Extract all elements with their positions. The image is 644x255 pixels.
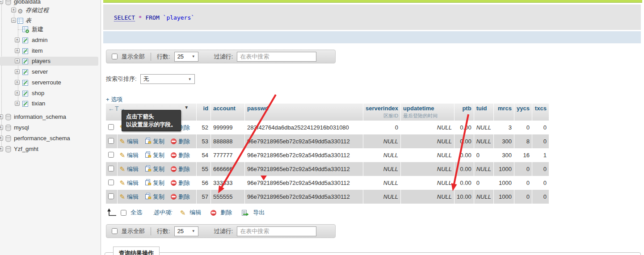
cell-passwd: 283f42764da6dba2522412916b031080 [245, 121, 363, 134]
expand-plus-icon[interactable]: + [15, 48, 20, 53]
row-edit-link[interactable]: 编辑 [127, 151, 139, 159]
delete-icon [171, 152, 177, 158]
row-delete-link[interactable]: 删除 [178, 193, 190, 201]
expand-plus-icon[interactable]: + [15, 80, 20, 85]
row-checkbox[interactable] [108, 166, 114, 171]
collapse-minus-icon[interactable]: − [0, 0, 3, 4]
column-header-passwd[interactable]: passwd [245, 104, 363, 121]
row-checkbox[interactable] [108, 124, 114, 130]
table-item-icon [22, 48, 29, 54]
tree-item-db-performance-schema[interactable]: +performance_schema [0, 134, 98, 143]
column-subheader-serverindex: 区服ID [366, 113, 398, 119]
tree-item-table-tixian[interactable]: +tixian [0, 99, 98, 108]
rows-count-select[interactable]: 25 ▼ [174, 52, 198, 62]
row-edit-link[interactable]: 编辑 [127, 165, 139, 173]
column-header-ptb[interactable]: ptb [455, 104, 474, 121]
cell-txcs: 0 [532, 162, 549, 176]
tree-item-table-server[interactable]: +server [0, 67, 98, 76]
expand-plus-icon[interactable]: + [15, 101, 20, 106]
column-settings-tooltip: 点击下箭头 以设置显示的字段。 [122, 110, 181, 131]
row-checkbox[interactable] [108, 193, 114, 199]
tree-item-label: performance_schema [14, 134, 70, 143]
row-checkbox[interactable] [108, 180, 114, 185]
collapse-minus-icon[interactable]: − [11, 18, 16, 23]
tree-item-new-table[interactable]: 新建 [0, 25, 98, 34]
tree-item-table-admin[interactable]: +admin [0, 36, 98, 45]
expand-plus-icon[interactable]: + [11, 8, 16, 13]
copy-icon [145, 193, 151, 201]
cell-yycs: 8 [514, 134, 532, 148]
export-selected-button[interactable]: 导出 [253, 209, 265, 217]
procedures-icon: ⚙ [17, 7, 24, 14]
delete-icon [171, 180, 177, 186]
expand-plus-icon[interactable]: + [0, 146, 3, 151]
row-copy-link[interactable]: 复制 [153, 138, 164, 146]
row-delete-link[interactable]: 删除 [178, 179, 190, 187]
row-delete-link[interactable]: 删除 [178, 138, 190, 146]
row-copy-link[interactable]: 复制 [153, 151, 164, 159]
cell-passwd: 96e79218965eb72c92a549dd5a330112 [245, 176, 363, 190]
check-all-link[interactable]: 全选 [130, 209, 142, 217]
table-item-icon [22, 37, 29, 44]
edit-pencil-icon: ✎ [120, 180, 126, 186]
column-header-updatetime[interactable]: updatetime最后登陆的时间 [401, 104, 455, 121]
table-new-icon [22, 26, 29, 33]
delete-selected-button[interactable]: 删除 [220, 209, 232, 217]
show-all-label: 显示全部 [122, 227, 145, 235]
tree-item-table-item[interactable]: +item [0, 46, 98, 55]
cell-updatetime: NULL [401, 121, 455, 134]
rows-count-select[interactable]: 25 ▼ [174, 226, 198, 236]
tree-item-db-globaldata[interactable]: −globaldata [0, 0, 98, 6]
column-header-tuid[interactable]: tuid [474, 104, 493, 121]
row-select-cell [106, 134, 117, 148]
database-navigation-sidebar: −globaldata+⚙存储过程−表新建+admin+item+players… [0, 0, 101, 255]
expand-plus-icon[interactable]: + [15, 59, 20, 63]
expand-plus-icon[interactable]: + [15, 69, 20, 74]
row-copy-link[interactable]: 复制 [153, 193, 164, 201]
cell-serverindex: 0 [363, 121, 401, 134]
row-edit-link[interactable]: 编辑 [127, 179, 139, 187]
row-checkbox[interactable] [108, 152, 114, 158]
show-all-checkbox[interactable] [112, 54, 118, 59]
show-all-checkbox[interactable] [112, 228, 118, 234]
query-results-operations-legend: 查询结果操作 [113, 247, 160, 255]
column-header-id[interactable]: id [197, 104, 211, 121]
expand-plus-icon[interactable]: + [0, 136, 3, 141]
expand-plus-icon[interactable]: + [15, 38, 20, 42]
cell-id: 57 [197, 190, 211, 204]
sql-keyword-select: SELECT [114, 14, 135, 21]
tree-item-db-mysql[interactable]: +mysql [0, 123, 98, 132]
tree-item-tables-group[interactable]: −表 [0, 16, 98, 25]
row-copy-link[interactable]: 复制 [153, 179, 164, 187]
expand-plus-icon[interactable]: + [15, 91, 20, 96]
row-edit-link[interactable]: 编辑 [127, 138, 139, 146]
filter-rows-input[interactable] [237, 52, 316, 62]
column-header-account[interactable]: account [211, 104, 245, 121]
tree-item-db-yzf-gmht[interactable]: +Yzf_gmht [0, 145, 98, 154]
row-edit-link[interactable]: 编辑 [127, 193, 139, 201]
tree-item-label: 表 [25, 16, 31, 25]
tree-item-table-players[interactable]: +players [0, 57, 98, 66]
row-delete-link[interactable]: 删除 [178, 151, 190, 159]
expand-plus-icon[interactable]: + [0, 114, 3, 119]
sort-by-index-select[interactable]: 无 ▼ [140, 74, 195, 84]
column-header-yycs[interactable]: yycs [514, 104, 532, 121]
row-delete-link[interactable]: 删除 [178, 165, 190, 173]
row-actions-cell: ✎编辑复制删除 [117, 134, 197, 148]
tree-item-table-serverroute[interactable]: +serverroute [0, 78, 98, 87]
expand-plus-icon[interactable]: + [0, 125, 3, 130]
check-all-checkbox[interactable] [121, 210, 126, 216]
row-copy-link[interactable]: 复制 [153, 165, 164, 173]
row-checkbox[interactable] [108, 138, 114, 144]
column-options-caret-icon[interactable]: ▼ [184, 105, 189, 110]
options-toggle-link[interactable]: + 选项 [106, 96, 122, 104]
edit-selected-button[interactable]: 编辑 [189, 209, 201, 217]
column-header-txcs[interactable]: txcs [532, 104, 549, 121]
tree-item-db-information-schema[interactable]: +information_schema [0, 113, 98, 121]
tree-item-stored-procedures[interactable]: +⚙存储过程 [0, 6, 98, 15]
table-row: ✎编辑复制删除5388888896e79218965eb72c92a549dd5… [106, 134, 549, 148]
column-header-serverindex[interactable]: serverindex区服ID [363, 104, 401, 121]
tree-item-table-shop[interactable]: +shop [0, 89, 98, 98]
column-header-mrcs[interactable]: mrcs [493, 104, 514, 121]
filter-rows-input[interactable] [237, 226, 316, 236]
